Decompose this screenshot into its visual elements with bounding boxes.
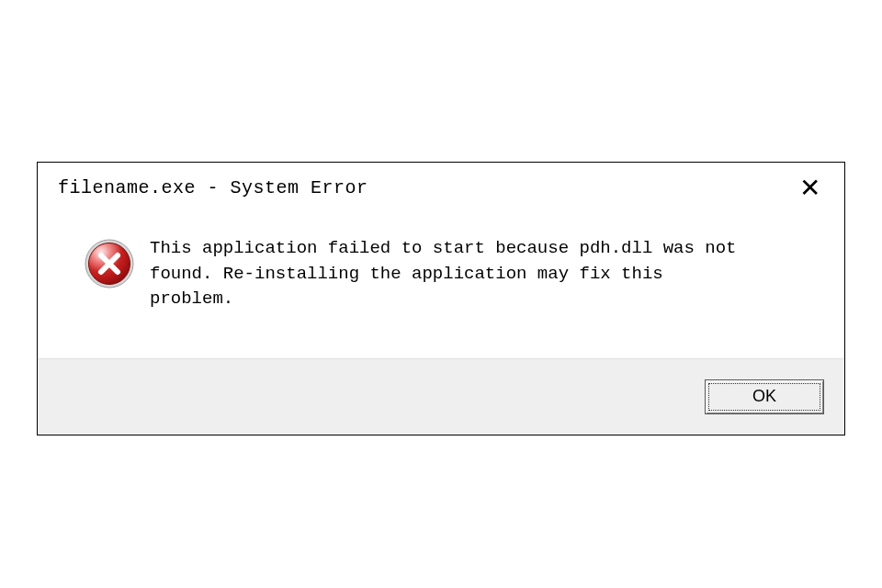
dialog-footer: OK bbox=[38, 358, 844, 435]
error-dialog: filename.exe - System Error ✕ bbox=[37, 162, 845, 435]
titlebar: filename.exe - System Error ✕ bbox=[38, 163, 844, 199]
ok-button[interactable]: OK bbox=[705, 379, 824, 414]
dialog-content: This application failed to start because… bbox=[38, 199, 844, 358]
error-message: This application failed to start because… bbox=[150, 236, 756, 312]
close-icon[interactable]: ✕ bbox=[796, 177, 824, 199]
error-icon bbox=[84, 236, 135, 294]
dialog-title: filename.exe - System Error bbox=[58, 177, 368, 198]
